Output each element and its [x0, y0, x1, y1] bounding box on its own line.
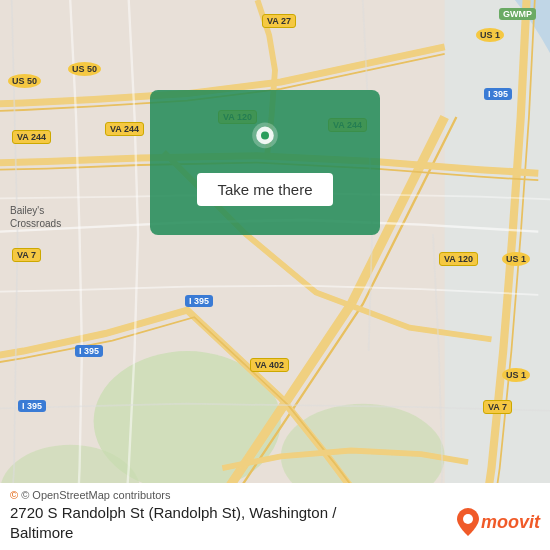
- svg-rect-4: [445, 0, 550, 550]
- pin-icon: [245, 121, 285, 161]
- map-container: VA 27 GWMP VA 244 US 50 US 50 VA 244 US …: [0, 0, 550, 550]
- map-attribution: © © OpenStreetMap contributors: [10, 489, 540, 501]
- address-block: 2720 S Randolph St (Randolph St), Washin…: [10, 503, 336, 542]
- copyright-symbol: ©: [10, 489, 18, 501]
- moovit-pin-icon: [457, 508, 479, 536]
- map-background: [0, 0, 550, 550]
- location-pin: [243, 119, 287, 163]
- address-line2: Baltimore: [10, 523, 336, 543]
- svg-point-8: [463, 514, 473, 524]
- moovit-name: moovit: [481, 512, 540, 533]
- svg-point-7: [261, 131, 269, 139]
- moovit-logo: moovit: [457, 508, 540, 536]
- location-highlight: Take me there: [150, 90, 380, 235]
- address-line1: 2720 S Randolph St (Randolph St), Washin…: [10, 503, 336, 523]
- bottom-info-bar: © © OpenStreetMap contributors 2720 S Ra…: [0, 483, 550, 550]
- attribution-text: © OpenStreetMap contributors: [21, 489, 170, 501]
- take-me-there-button[interactable]: Take me there: [197, 173, 332, 206]
